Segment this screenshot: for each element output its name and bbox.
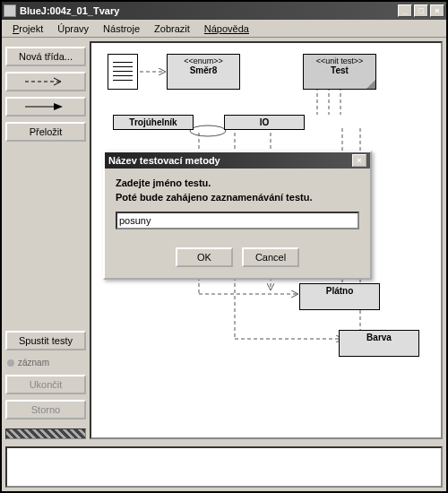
dashed-arrow-button[interactable] bbox=[5, 72, 86, 91]
dialog-close-button[interactable]: × bbox=[352, 154, 366, 167]
output-textarea[interactable] bbox=[5, 446, 443, 488]
class-barva[interactable]: Barva bbox=[339, 330, 419, 357]
menu-upravy[interactable]: Úpravy bbox=[50, 22, 96, 36]
class-trojuhelnik[interactable]: Trojúhelník bbox=[113, 115, 194, 130]
window-title: BlueJ:004z_01_Tvary bbox=[20, 5, 398, 16]
class-test[interactable]: <<unit test>> Test bbox=[303, 54, 376, 90]
cancel-button[interactable]: Cancel bbox=[242, 247, 299, 267]
left-panel: Nová třída... Přeložit Spustit testy záz… bbox=[5, 41, 86, 439]
solid-arrow-button[interactable] bbox=[5, 97, 86, 117]
new-class-button[interactable]: Nová třída... bbox=[5, 47, 86, 66]
finish-button[interactable]: Ukončit bbox=[5, 375, 86, 394]
solid-arrow-icon bbox=[23, 102, 68, 111]
menu-napoveda[interactable]: Nápověda bbox=[197, 22, 256, 36]
dialog-title-text: Název testovací metody bbox=[108, 155, 352, 166]
class-io[interactable]: IO bbox=[224, 115, 305, 130]
close-button[interactable]: × bbox=[430, 4, 444, 17]
menubar: Projekt Úpravy Nástroje Zobrazit Nápověd… bbox=[2, 20, 446, 38]
readme-note-icon[interactable] bbox=[108, 54, 138, 90]
dialog-body: Zadejte jméno testu. Poté bude zahájeno … bbox=[105, 169, 370, 238]
titlebar: BlueJ:004z_01_Tvary _ □ × bbox=[2, 2, 446, 20]
storno-button[interactable]: Storno bbox=[5, 400, 86, 419]
maximize-button[interactable]: □ bbox=[414, 4, 428, 17]
menu-zobrazit[interactable]: Zobrazit bbox=[147, 22, 197, 36]
dialog-titlebar: Název testovací metody × bbox=[105, 152, 370, 169]
class-platno[interactable]: Plátno bbox=[299, 283, 380, 310]
translate-button[interactable]: Přeložit bbox=[5, 122, 86, 142]
menu-projekt[interactable]: Projekt bbox=[5, 22, 50, 36]
class-smer8[interactable]: <<enum>> Směr8 bbox=[167, 54, 240, 90]
dialog-line2: Poté bude zahájeno zaznamenávání testu. bbox=[116, 192, 359, 203]
bottom-panel bbox=[2, 443, 446, 491]
minimize-button[interactable]: _ bbox=[398, 4, 412, 17]
progress-stripe bbox=[5, 428, 86, 439]
app-icon bbox=[4, 4, 16, 17]
svg-marker-2 bbox=[54, 103, 63, 110]
dialog-line1: Zadejte jméno testu. bbox=[116, 177, 359, 188]
record-dot-icon bbox=[7, 359, 14, 367]
svg-point-14 bbox=[190, 125, 226, 136]
test-name-dialog: Název testovací metody × Zadejte jméno t… bbox=[103, 151, 372, 280]
dialog-buttons: OK Cancel bbox=[105, 238, 370, 278]
menu-nastroje[interactable]: Nástroje bbox=[96, 22, 147, 36]
test-name-input[interactable] bbox=[116, 212, 359, 229]
run-tests-button[interactable]: Spustit testy bbox=[5, 331, 86, 350]
dashed-arrow-icon bbox=[23, 77, 68, 86]
record-label: záznam bbox=[5, 356, 86, 369]
ok-button[interactable]: OK bbox=[176, 247, 233, 267]
